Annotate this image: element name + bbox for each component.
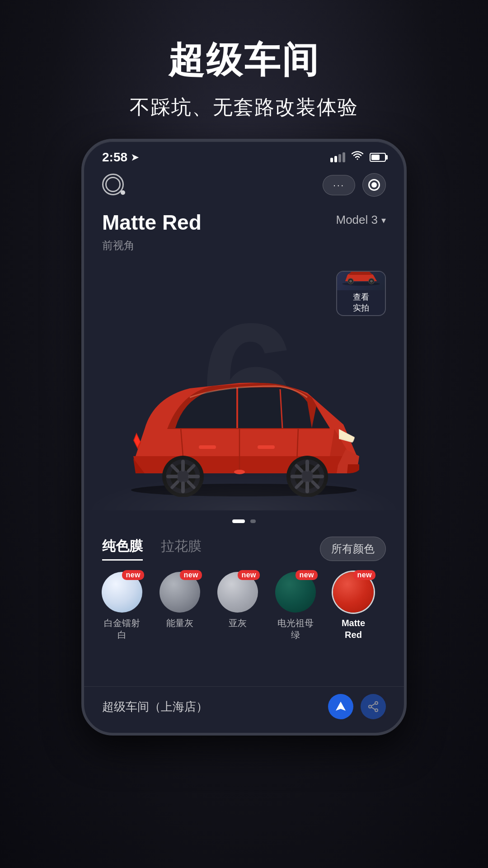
record-icon [368,179,380,191]
page-indicators [84,519,404,523]
shop-name: 超级车间（上海店） [102,699,208,715]
svg-line-41 [371,703,375,706]
swatch-ball-wrap: new [102,572,142,613]
swatch-label: MatteRed [342,617,365,641]
swatch-label: 能量灰 [166,617,193,629]
new-badge: new [238,570,260,580]
car-name-section: Matte Red 前视角 [102,210,202,253]
model-selector[interactable]: Model 3 ▾ [336,213,386,227]
more-options-button[interactable]: ··· [323,175,355,195]
car-name: Matte Red [102,210,202,235]
swatch-label: 白金镭射白 [104,617,140,641]
car-view-label: 前视角 [102,238,202,253]
navigation-icon: ➤ [131,152,139,163]
svg-point-4 [370,280,373,283]
battery-icon [370,153,386,162]
share-button[interactable] [361,694,386,719]
app-header: ··· [84,169,404,201]
status-bar: 2:58 ➤ [84,142,404,169]
new-badge: new [180,570,202,580]
swatch-energy-grey[interactable]: new 能量灰 [155,572,204,641]
car-floor [84,474,404,510]
svg-point-38 [375,702,378,704]
hero-subtitle: 不踩坑、无套路改装体验 [130,94,358,121]
indicator-2[interactable] [250,519,256,523]
model-name: Model 3 [336,213,378,227]
app-logo[interactable] [102,174,129,196]
svg-line-42 [371,707,375,709]
swatch-ball-wrap: new [275,572,316,613]
svg-point-2 [349,280,352,283]
new-badge: new [353,570,375,580]
status-icons [330,151,386,164]
header-actions: ··· [323,173,386,197]
indicator-1[interactable] [232,519,245,523]
all-colors-button[interactable]: 所有颜色 [320,537,386,561]
swatch-ball-wrap: new [217,572,258,613]
tab-solid-film[interactable]: 纯色膜 [102,537,143,561]
car-info: Matte Red 前视角 Model 3 ▾ [84,201,404,253]
thumb-label: 查看实拍 [350,290,372,315]
svg-point-39 [369,705,371,708]
swatch-matte-red[interactable]: new MatteRed [329,572,378,641]
location-nav-button[interactable] [328,694,353,719]
swatch-platinum-white[interactable]: new 白金镭射白 [98,572,146,641]
svg-point-0 [342,282,380,286]
hero-title: 超级车间 [130,36,358,85]
nav-icons [328,694,386,719]
new-badge: new [122,570,144,580]
swatch-ball-wrap: new [333,572,374,613]
preview-thumbnail[interactable]: 查看实拍 [336,271,386,316]
tab-group: 纯色膜 拉花膜 [102,537,202,561]
wifi-icon [352,151,363,164]
thumb-image [337,272,385,290]
phone-mockup: 2:58 ➤ [81,139,407,736]
signal-icon [330,152,345,162]
color-swatches: new 白金镭射白 new 能量灰 new 亚 [84,561,404,650]
swatch-label: 电光祖母绿 [277,617,314,641]
tab-pattern-film[interactable]: 拉花膜 [161,537,202,561]
svg-point-40 [375,709,378,712]
chevron-down-icon: ▾ [381,215,386,226]
svg-rect-11 [199,445,216,449]
color-tabs: 纯色膜 拉花膜 所有颜色 [84,528,404,561]
bottom-bar: 超级车间（上海店） [84,686,404,733]
status-time: 2:58 ➤ [102,150,139,165]
new-badge: new [296,570,318,580]
swatch-label: 亚灰 [229,617,247,629]
swatch-ball-wrap: new [160,572,200,613]
hero-section: 超级车间 不踩坑、无套路改装体验 [130,36,358,121]
car-display: 6 查看实拍 [84,257,404,510]
swatch-emerald-green[interactable]: new 电光祖母绿 [271,572,320,641]
svg-rect-12 [258,445,275,449]
record-button[interactable] [362,173,386,197]
svg-point-13 [234,470,245,474]
swatch-sub-grey[interactable]: new 亚灰 [213,572,262,641]
